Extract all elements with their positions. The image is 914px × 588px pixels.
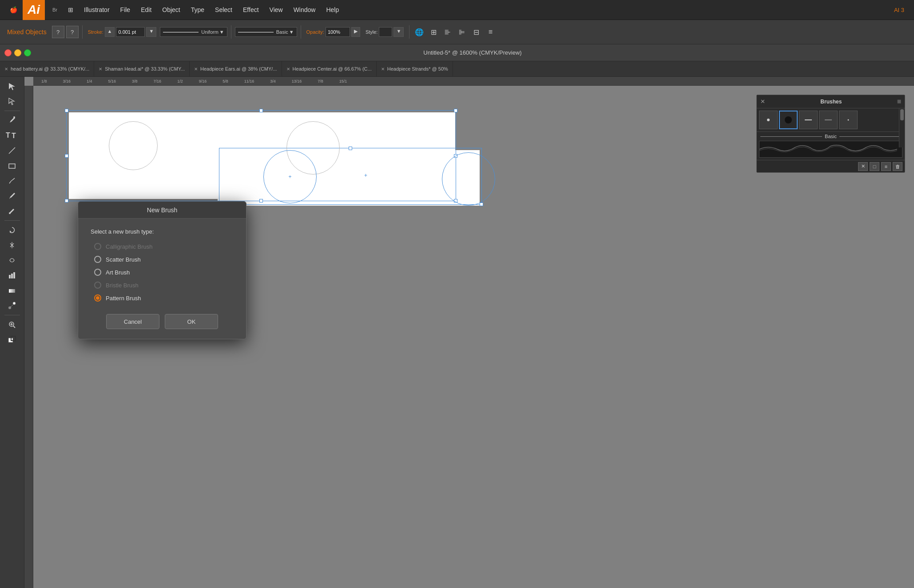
style-arrow[interactable]: ▼: [393, 27, 404, 37]
tabs-bar: ✕ head battery.ai @ 33.33% (CMYK/... ✕ S…: [0, 61, 914, 77]
tab-4[interactable]: ✕ Headpiece Strands* @ 50%: [377, 61, 453, 77]
tab-3[interactable]: ✕ Headpiece Center.ai @ 66.67% (C...: [282, 61, 377, 77]
brush-item-dash[interactable]: [799, 111, 818, 129]
stroke-up[interactable]: ▲: [105, 27, 115, 37]
question-btn-2[interactable]: ?: [66, 26, 79, 38]
tool-direct-select[interactable]: [3, 94, 21, 108]
menu-edit[interactable]: Edit: [135, 0, 157, 20]
opacity-arrow[interactable]: ▶: [351, 27, 360, 37]
brush-item-tiny-dot[interactable]: [839, 111, 858, 129]
brush-style-label: Basic: [276, 29, 288, 35]
menu-help[interactable]: Help: [321, 0, 344, 20]
style-preview[interactable]: [379, 27, 392, 37]
globe-icon[interactable]: 🌐: [413, 26, 425, 38]
radio-art[interactable]: Art Brush: [94, 269, 234, 276]
tool-pen[interactable]: [3, 113, 21, 127]
tab-close-4[interactable]: ✕: [381, 67, 385, 72]
tool-graph[interactable]: [3, 268, 21, 282]
menu-object[interactable]: Object: [157, 0, 185, 20]
menu-item-br[interactable]: Br: [47, 0, 63, 20]
brush-item-thin-dash[interactable]: [819, 111, 838, 129]
menu-effect[interactable]: Effect: [238, 0, 264, 20]
radio-group: Calligraphic Brush Scatter Brush Art Bru…: [91, 243, 234, 302]
tab-close-0[interactable]: ✕: [4, 67, 8, 72]
grid-icon[interactable]: ⊞: [427, 26, 440, 38]
svg-line-11: [13, 326, 15, 328]
tab-1[interactable]: ✕ Shaman Head.ai* @ 33.33% (CMY...: [94, 61, 190, 77]
brushes-bottom-bar: ✕ □ ≡ 🗑: [757, 160, 905, 172]
menu-view[interactable]: View: [264, 0, 288, 20]
svg-rect-3: [9, 164, 15, 168]
opacity-label: Opacity:: [306, 29, 324, 35]
radio-bristle[interactable]: Bristle Brush: [94, 282, 234, 289]
canvas-content[interactable]: + + ✕ Brushes ≡: [33, 86, 914, 588]
tool-zoom[interactable]: [3, 318, 21, 332]
menu-illustrator[interactable]: Illustrator: [79, 0, 115, 20]
menu-bar: 🍎 Ai Br ⊞ Illustrator File Edit Object T…: [0, 0, 914, 20]
menu-item-workspace[interactable]: ⊞: [63, 0, 79, 20]
stroke-down[interactable]: ▼: [146, 27, 156, 37]
tool-blend[interactable]: [3, 298, 21, 313]
brushes-btn-new[interactable]: □: [870, 162, 879, 171]
tab-close-3[interactable]: ✕: [286, 67, 290, 72]
tab-close-1[interactable]: ✕: [99, 67, 102, 72]
brushes-close-icon[interactable]: ✕: [760, 98, 765, 105]
cancel-button[interactable]: Cancel: [106, 314, 159, 329]
radio-calligraphic-circle: [94, 243, 101, 250]
align-left-icon[interactable]: ⊪: [441, 26, 454, 38]
brushes-btn-delete[interactable]: 🗑: [893, 162, 902, 171]
lt-sep-3: [4, 315, 20, 315]
radio-pattern[interactable]: Pattern Brush: [94, 294, 234, 302]
tool-line[interactable]: [3, 143, 21, 158]
tool-rect[interactable]: [3, 159, 21, 173]
distribute-icon[interactable]: ⊟: [470, 26, 482, 38]
radio-scatter[interactable]: Scatter Brush: [94, 256, 234, 263]
question-btn-1[interactable]: ?: [52, 26, 64, 38]
stroke-style-select[interactable]: Uniform ▼: [160, 27, 227, 37]
tab-close-2[interactable]: ✕: [194, 67, 198, 72]
horizontal-ruler: 1/8 3/16 1/4 5/16 3/8 7/16 1/2 9/16 5/8 …: [33, 77, 914, 86]
radio-calligraphic[interactable]: Calligraphic Brush: [94, 243, 234, 250]
canvas-area[interactable]: 1/8 3/16 1/4 5/16 3/8 7/16 1/2 9/16 5/8 …: [24, 77, 914, 588]
cross-1: +: [288, 174, 291, 180]
menu-window[interactable]: Window: [288, 0, 321, 20]
fill-stroke-control[interactable]: [3, 333, 21, 347]
menu-type[interactable]: Type: [186, 0, 210, 20]
window-title: Untitled-5* @ 1600% (CMYK/Preview): [36, 49, 910, 56]
close-button[interactable]: [4, 49, 12, 56]
tab-2[interactable]: ✕ Headpiece Ears.ai @ 38% (CMY/...: [190, 61, 282, 77]
align-right-icon[interactable]: ⊫: [456, 26, 468, 38]
brushes-menu-icon[interactable]: ≡: [897, 98, 901, 106]
brushes-scrollbar[interactable]: [899, 108, 905, 147]
brushes-btn-menu[interactable]: ≡: [881, 162, 891, 171]
opacity-input[interactable]: [326, 27, 350, 37]
stroke-input[interactable]: [116, 27, 145, 37]
maximize-button[interactable]: [24, 49, 31, 56]
menu-file[interactable]: File: [115, 0, 136, 20]
brush-texture-preview[interactable]: [759, 141, 902, 158]
tool-rotate[interactable]: [3, 223, 21, 237]
tool-paintbucket[interactable]: [3, 204, 21, 218]
minimize-button[interactable]: [14, 49, 21, 56]
menu-select[interactable]: Select: [210, 0, 238, 20]
brush-style-select[interactable]: Basic ▼: [235, 27, 297, 37]
tool-eyedropper[interactable]: [3, 189, 21, 203]
brush-item-dot-sm[interactable]: [759, 111, 778, 129]
svg-point-20: [848, 119, 849, 121]
ok-button[interactable]: OK: [165, 314, 218, 329]
tool-pencil[interactable]: [3, 174, 21, 188]
tab-0[interactable]: ✕ head battery.ai @ 33.33% (CMYK/...: [0, 61, 94, 77]
tool-warp[interactable]: [3, 253, 21, 267]
tool-gradient[interactable]: [3, 283, 21, 298]
more-icon[interactable]: ≡: [484, 26, 497, 38]
tool-select[interactable]: [3, 79, 21, 93]
tool-type[interactable]: T T: [3, 128, 21, 143]
tool-mirror[interactable]: [3, 238, 21, 252]
handle-inner-br: [480, 203, 483, 206]
svg-rect-19: [825, 120, 832, 120]
brushes-btn-x[interactable]: ✕: [858, 162, 868, 171]
menu-apple[interactable]: 🍎: [4, 0, 23, 20]
stroke-style-label: Uniform: [201, 29, 219, 35]
svg-rect-18: [805, 119, 812, 120]
brush-item-dot-lg[interactable]: [779, 111, 798, 129]
